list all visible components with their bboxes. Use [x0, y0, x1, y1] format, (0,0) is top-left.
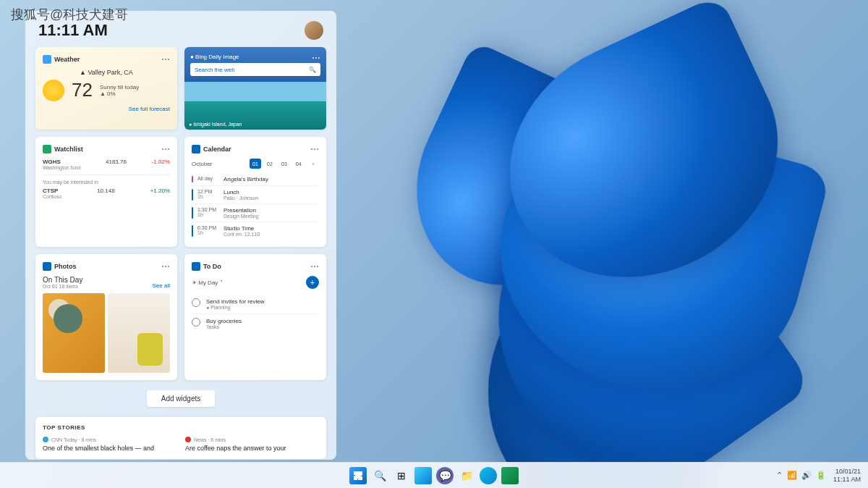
battery-icon[interactable]: 🔋 — [816, 471, 826, 480]
finance-icon — [43, 145, 51, 153]
weather-title: Weather — [54, 56, 158, 63]
calendar-next[interactable]: › — [307, 159, 319, 169]
widgets-button[interactable] — [414, 467, 432, 484]
volume-icon[interactable]: 🔊 — [801, 471, 812, 480]
bing-caption: ● Ishigaki Island, Japan — [189, 122, 242, 127]
sun-icon — [43, 80, 64, 101]
add-widgets-button[interactable]: Add widgets — [147, 390, 215, 407]
taskbar: 🔍 ⊞ 💬 📁 ⌃ 📶 🔊 🔋 10/01/21 11:11 AM — [0, 462, 868, 488]
edge-button[interactable] — [480, 467, 497, 484]
taskbar-clock[interactable]: 10/01/21 11:11 AM — [833, 468, 861, 484]
calendar-widget[interactable]: Calendar ⋯ October 01 02 03 04 › All day… — [184, 137, 326, 247]
start-button[interactable] — [349, 467, 367, 484]
watermark-text: 搜狐号@科技犬建哥 — [11, 6, 128, 23]
photos-heading: On This Day — [43, 276, 82, 284]
widget-more-icon[interactable]: ⋯ — [310, 144, 319, 154]
weather-temp: 72 — [72, 79, 93, 101]
task-checkbox[interactable] — [192, 318, 200, 327]
todo-icon — [192, 262, 200, 271]
weather-widget[interactable]: Weather ⋯ ▲ Valley Park, CA 72 Sunny til… — [35, 47, 177, 130]
photos-see-all-link[interactable]: See all — [153, 282, 170, 289]
panel-time: 11:11 AM — [38, 21, 108, 40]
calendar-event[interactable]: 1:30 PM1hPresentationDesign Meeting — [192, 204, 319, 222]
calendar-day[interactable]: 01 — [250, 159, 261, 169]
photos-title: Photos — [54, 263, 158, 270]
weather-icon — [43, 55, 51, 64]
stock-row[interactable]: WGHSWashington fund 4183.76 -1.02% — [43, 159, 170, 170]
todo-task[interactable]: Send invites for review● Planning — [192, 295, 319, 314]
photo-thumbnail[interactable] — [43, 293, 105, 373]
weather-desc: Sunny till today — [100, 84, 139, 91]
stories-heading: TOP STORIES — [43, 424, 319, 431]
weather-location: ▲ Valley Park, CA — [43, 69, 170, 76]
photos-icon — [43, 262, 51, 271]
calendar-day[interactable]: 04 — [293, 159, 305, 169]
calendar-day[interactable]: 03 — [278, 159, 290, 169]
wifi-icon[interactable]: 📶 — [787, 471, 797, 480]
weather-extra: ▲ 0% — [100, 91, 139, 97]
bing-widget[interactable]: ● Bing Daily Image ⋯ Search the web 🔍 ● … — [184, 47, 326, 130]
photos-meta: Oct 01 18 items — [43, 284, 82, 289]
chevron-up-icon[interactable]: ⌃ — [776, 471, 783, 480]
story-item[interactable]: CNN Today · 8 mins One of the smallest b… — [43, 437, 176, 452]
task-view-button[interactable]: ⊞ — [393, 467, 410, 484]
widget-more-icon[interactable]: ⋯ — [161, 144, 170, 154]
story-item[interactable]: News · 8 mins Are coffee naps the answer… — [185, 437, 319, 452]
calendar-title: Calendar — [203, 146, 307, 153]
calendar-day[interactable]: 02 — [264, 159, 276, 169]
todo-list-selector[interactable]: ☀ My Day ˅ — [192, 279, 302, 286]
calendar-icon — [192, 145, 200, 153]
calendar-month: October — [192, 161, 247, 167]
widget-more-icon[interactable]: ⋯ — [310, 261, 319, 272]
file-explorer-button[interactable]: 📁 — [458, 467, 475, 484]
bing-image[interactable]: ● Ishigaki Island, Japan — [184, 82, 326, 130]
search-icon[interactable]: 🔍 — [309, 67, 316, 73]
bing-label: ● Bing Daily Image — [190, 54, 239, 60]
widget-more-icon[interactable]: ⋯ — [161, 54, 170, 64]
weather-forecast-link[interactable]: See full forecast — [43, 106, 170, 112]
widgets-panel: 11:11 AM Weather ⋯ ▲ Valley Park, CA 72 … — [25, 11, 336, 460]
user-avatar[interactable] — [305, 21, 323, 40]
calendar-event[interactable]: All dayAngela's Birthday — [192, 173, 319, 186]
source-icon — [43, 437, 48, 442]
source-icon — [185, 437, 191, 442]
top-stories-section: TOP STORIES CNN Today · 8 mins One of th… — [35, 417, 326, 459]
stock-row[interactable]: CTSPContoso 10.148 +1.20% — [43, 188, 170, 199]
store-button[interactable] — [501, 467, 519, 484]
todo-add-button[interactable]: + — [306, 276, 319, 289]
bing-search-input[interactable]: Search the web 🔍 — [190, 63, 320, 76]
widget-more-icon[interactable]: ⋯ — [161, 261, 170, 272]
todo-title: To Do — [203, 263, 307, 270]
todo-widget[interactable]: To Do ⋯ ☀ My Day ˅ + Send invites for re… — [184, 254, 326, 380]
finance-widget[interactable]: Watchlist ⋯ WGHSWashington fund 4183.76 … — [35, 137, 177, 247]
calendar-event[interactable]: 12 PM1hLunchPatio · Johnson — [192, 186, 319, 204]
chat-button[interactable]: 💬 — [436, 467, 454, 484]
finance-note: You may be interested in — [43, 180, 170, 185]
task-checkbox[interactable] — [192, 298, 200, 307]
search-button[interactable]: 🔍 — [371, 467, 388, 484]
photos-widget[interactable]: Photos ⋯ On This Day Oct 01 18 items See… — [35, 254, 177, 380]
todo-task[interactable]: Buy groceriesTasks — [192, 314, 319, 333]
photo-thumbnail[interactable] — [108, 293, 170, 373]
finance-title: Watchlist — [54, 146, 158, 153]
widget-more-icon[interactable]: ⋯ — [312, 53, 320, 63]
calendar-event[interactable]: 6:30 PM1hStudio TimeConf rm. 12.110 — [192, 222, 319, 240]
